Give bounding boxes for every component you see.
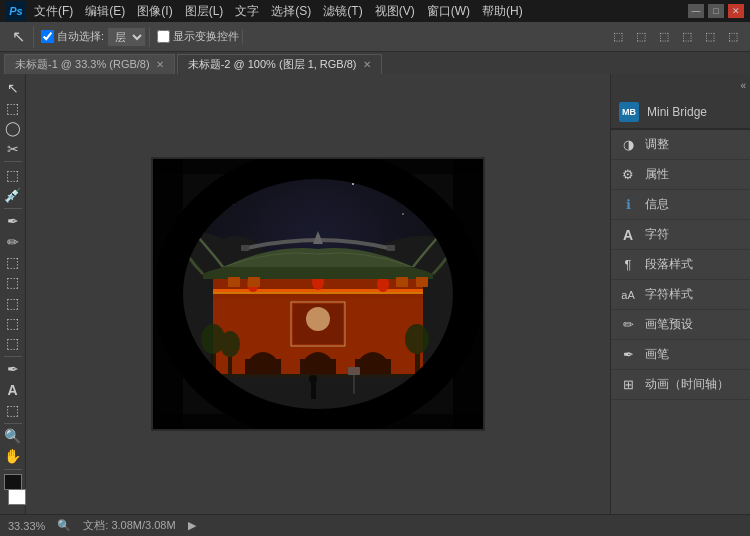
svg-rect-35 — [396, 277, 408, 287]
svg-rect-52 — [453, 159, 483, 429]
crop-tool-button[interactable]: ⬚ — [2, 165, 24, 184]
svg-point-10 — [402, 213, 404, 215]
brush-preset-label: 画笔预设 — [645, 316, 693, 333]
pen-tool-button[interactable]: ✒ — [2, 360, 24, 379]
minimize-button[interactable]: — — [688, 4, 704, 18]
maximize-button[interactable]: □ — [708, 4, 724, 18]
paragraph-style-panel-item[interactable]: ¶ 段落样式 — [611, 250, 750, 280]
statusbar: 33.33% 🔍 文档: 3.08M/3.08M ▶ — [0, 514, 750, 536]
brush-icon: ✒ — [619, 346, 637, 364]
mini-bridge-panel[interactable]: MB Mini Bridge — [611, 96, 750, 130]
document-info: 文档: 3.08M/3.08M — [83, 518, 175, 533]
hand-tool-button[interactable]: ✋ — [2, 447, 24, 466]
background-color-button[interactable] — [8, 489, 26, 505]
properties-panel-item[interactable]: ⚙ 属性 — [611, 160, 750, 190]
svg-point-5 — [352, 183, 354, 185]
auto-select-dropdown[interactable]: 层 — [107, 27, 146, 47]
brush-tool-button[interactable]: ✏ — [2, 232, 24, 251]
svg-rect-36 — [416, 277, 428, 287]
menu-edit[interactable]: 编辑(E) — [85, 3, 125, 20]
adjustments-icon: ◑ — [619, 136, 637, 154]
tab-document-2[interactable]: 未标题-2 @ 100% (图层 1, RGB/8) ✕ — [177, 54, 382, 74]
align-top-button[interactable]: ⬚ — [677, 26, 697, 48]
zoom-tool-button[interactable]: 🔍 — [2, 427, 24, 446]
paragraph-style-label: 段落样式 — [645, 256, 693, 273]
mini-bridge-label: Mini Bridge — [647, 105, 707, 119]
zoom-level: 33.33% — [8, 520, 45, 532]
align-middle-button[interactable]: ⬚ — [700, 26, 720, 48]
menu-image[interactable]: 图像(I) — [137, 3, 172, 20]
collapse-panel-button[interactable]: « — [740, 80, 746, 91]
close-button[interactable]: ✕ — [728, 4, 744, 18]
svg-rect-31 — [241, 245, 249, 251]
brush-preset-icon: ✏ — [619, 316, 637, 334]
eraser-tool-button[interactable]: ⬚ — [2, 293, 24, 312]
main-area: ↖ ⬚ ◯ ✂ ⬚ 💉 ✒ ✏ ⬚ ⬚ ⬚ ⬚ ⬚ ✒ A ⬚ 🔍 ✋ — [0, 74, 750, 514]
svg-rect-45 — [311, 381, 316, 399]
menu-file[interactable]: 文件(F) — [34, 3, 73, 20]
ps-logo: Ps — [6, 1, 26, 21]
dodge-tool-button[interactable]: ⬚ — [2, 334, 24, 353]
close-tab-1-icon[interactable]: ✕ — [156, 59, 164, 70]
menu-layer[interactable]: 图层(L) — [185, 3, 224, 20]
healing-brush-button[interactable]: ✒ — [2, 212, 24, 231]
selection-tool-button[interactable]: ↖ — [2, 78, 24, 97]
canvas-area — [26, 74, 610, 514]
svg-rect-49 — [213, 299, 423, 374]
left-toolbar: ↖ ⬚ ◯ ✂ ⬚ 💉 ✒ ✏ ⬚ ⬚ ⬚ ⬚ ⬚ ✒ A ⬚ 🔍 ✋ — [0, 74, 26, 514]
animation-icon: ⊞ — [619, 376, 637, 394]
menu-window[interactable]: 窗口(W) — [427, 3, 470, 20]
show-transform-checkbox[interactable] — [157, 30, 170, 43]
align-center-button[interactable]: ⬚ — [631, 26, 651, 48]
svg-rect-53 — [153, 159, 483, 174]
zoom-icon: 🔍 — [57, 519, 71, 532]
info-label: 信息 — [645, 196, 669, 213]
eyedropper-button[interactable]: 💉 — [2, 185, 24, 204]
show-transform-label[interactable]: 显示变换控件 — [157, 29, 239, 44]
document-tabs: 未标题-1 @ 33.3% (RGB/8) ✕ 未标题-2 @ 100% (图层… — [0, 52, 750, 74]
info-icon: ℹ — [619, 196, 637, 214]
lasso-tool-button[interactable]: ◯ — [2, 119, 24, 138]
menu-filter[interactable]: 滤镜(T) — [323, 3, 362, 20]
align-bottom-button[interactable]: ⬚ — [723, 26, 743, 48]
adjustments-panel-item[interactable]: ◑ 调整 — [611, 130, 750, 160]
align-left-button[interactable]: ⬚ — [608, 26, 628, 48]
brush-panel-item[interactable]: ✒ 画笔 — [611, 340, 750, 370]
close-tab-2-icon[interactable]: ✕ — [363, 59, 371, 70]
adjustments-label: 调整 — [645, 136, 669, 153]
right-panel-header: « — [611, 74, 750, 96]
info-panel-item[interactable]: ℹ 信息 — [611, 190, 750, 220]
brush-preset-panel-item[interactable]: ✏ 画笔预设 — [611, 310, 750, 340]
animation-panel-item[interactable]: ⊞ 动画（时间轴） — [611, 370, 750, 400]
align-right-button[interactable]: ⬚ — [654, 26, 674, 48]
gradient-tool-button[interactable]: ⬚ — [2, 313, 24, 332]
properties-label: 属性 — [645, 166, 669, 183]
svg-rect-54 — [153, 414, 483, 429]
menu-view[interactable]: 视图(V) — [375, 3, 415, 20]
svg-rect-33 — [228, 277, 240, 287]
shape-tool-button[interactable]: ⬚ — [2, 400, 24, 419]
window-controls: — □ ✕ — [688, 4, 744, 18]
history-brush-button[interactable]: ⬚ — [2, 273, 24, 292]
svg-rect-23 — [213, 292, 423, 294]
clone-stamp-button[interactable]: ⬚ — [2, 252, 24, 271]
char-style-label: 字符样式 — [645, 286, 693, 303]
menu-select[interactable]: 选择(S) — [271, 3, 311, 20]
menu-help[interactable]: 帮助(H) — [482, 3, 523, 20]
character-icon: A — [619, 226, 637, 244]
tab-document-1[interactable]: 未标题-1 @ 33.3% (RGB/8) ✕ — [4, 54, 175, 74]
magic-wand-button[interactable]: ✂ — [2, 139, 24, 158]
paragraph-style-icon: ¶ — [619, 256, 637, 274]
forward-arrow-icon[interactable]: ▶ — [188, 519, 196, 532]
character-label: 字符 — [645, 226, 669, 243]
marquee-tool-button[interactable]: ⬚ — [2, 98, 24, 117]
move-tool-button[interactable]: ↖ — [7, 26, 30, 48]
auto-select-label: 自动选择: — [41, 29, 104, 44]
auto-select-checkbox[interactable] — [41, 30, 54, 43]
text-tool-button[interactable]: A — [2, 380, 24, 399]
character-panel-item[interactable]: A 字符 — [611, 220, 750, 250]
svg-rect-32 — [387, 245, 395, 251]
menu-text[interactable]: 文字 — [235, 3, 259, 20]
char-style-panel-item[interactable]: aA 字符样式 — [611, 280, 750, 310]
foreground-color-button[interactable] — [4, 474, 22, 490]
